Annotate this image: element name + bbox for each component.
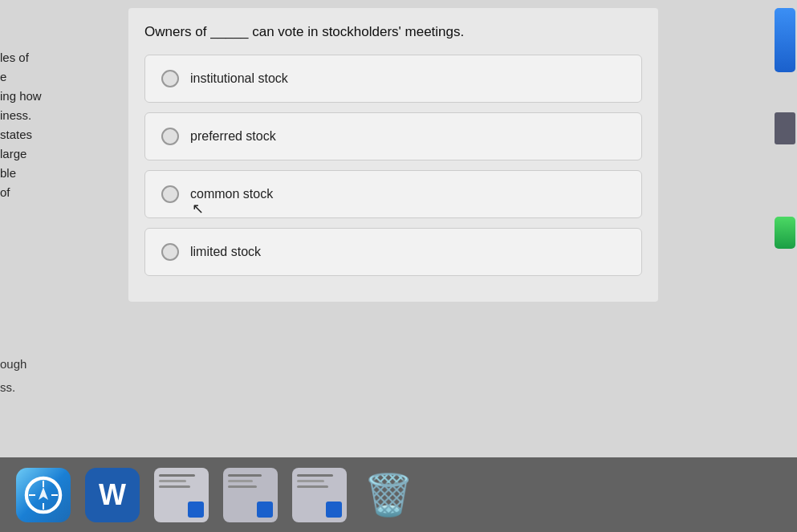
sidebar-line-7: ble <box>0 164 71 183</box>
quiz-panel: Owners of _____ can vote in stockholders… <box>128 8 658 302</box>
word-badge-3 <box>326 502 342 518</box>
sidebar-line-4: iness. <box>0 106 71 125</box>
radio-common-stock[interactable] <box>161 185 179 203</box>
option-label-institutional-stock: institutional stock <box>190 71 288 86</box>
radio-preferred-stock[interactable] <box>161 128 179 145</box>
finder-icon <box>775 112 795 144</box>
thumb-lines-3 <box>297 474 342 488</box>
app-icon-green <box>775 217 795 249</box>
sidebar-line-3: ing how <box>0 87 71 106</box>
word-badge-2 <box>257 502 273 518</box>
dock-screenshot-3[interactable] <box>292 468 347 522</box>
sidebar-line-ss: ss. <box>0 376 26 400</box>
thumb-lines-1 <box>159 474 204 488</box>
sidebar-line-2: e <box>0 67 71 87</box>
cursor-indicator: ↖ <box>192 200 204 217</box>
option-preferred-stock[interactable]: preferred stock <box>144 112 642 160</box>
dock-word-icon[interactable]: W <box>85 468 140 522</box>
option-limited-stock[interactable]: limited stock <box>144 228 642 276</box>
radio-limited-stock[interactable] <box>161 243 179 261</box>
sidebar-line-5: states <box>0 125 71 144</box>
sidebar-line-ough: ough <box>0 353 26 376</box>
question-text: Owners of _____ can vote in stockholders… <box>144 24 642 40</box>
option-label-common-stock: common stock <box>190 187 273 201</box>
word-label: W <box>99 478 126 512</box>
option-institutional-stock[interactable]: institutional stock <box>144 55 642 103</box>
trash-icon-glyph: 🗑️ <box>364 472 413 518</box>
option-label-preferred-stock: preferred stock <box>190 129 276 144</box>
sidebar-line-6: large <box>0 144 71 164</box>
dock-trash-icon[interactable]: 🗑️ <box>361 468 416 522</box>
thumb-lines-2 <box>228 474 273 488</box>
word-badge-1 <box>188 502 204 518</box>
dock-screenshot-2[interactable] <box>223 468 278 522</box>
safari-svg <box>24 476 63 514</box>
option-label-limited-stock: limited stock <box>190 245 261 259</box>
svg-point-0 <box>26 477 61 513</box>
right-icons <box>775 8 795 249</box>
svg-marker-5 <box>39 487 48 500</box>
dock: W 🗑️ <box>0 457 797 532</box>
dock-safari-icon[interactable] <box>16 468 71 522</box>
sidebar-bottom-text: ough ss. <box>0 353 26 399</box>
sidebar-line-8: of <box>0 183 71 202</box>
main-content-area: les of e ing how iness. states large ble… <box>0 0 797 457</box>
sidebar-line-1: les of <box>0 48 71 67</box>
sidebar-partial-text: les of e ing how iness. states large ble… <box>0 48 71 202</box>
dock-screenshot-1[interactable] <box>154 468 209 522</box>
radio-institutional-stock[interactable] <box>161 70 179 87</box>
option-common-stock[interactable]: common stock ↖ <box>144 170 642 218</box>
google-drive-icon <box>775 8 795 72</box>
